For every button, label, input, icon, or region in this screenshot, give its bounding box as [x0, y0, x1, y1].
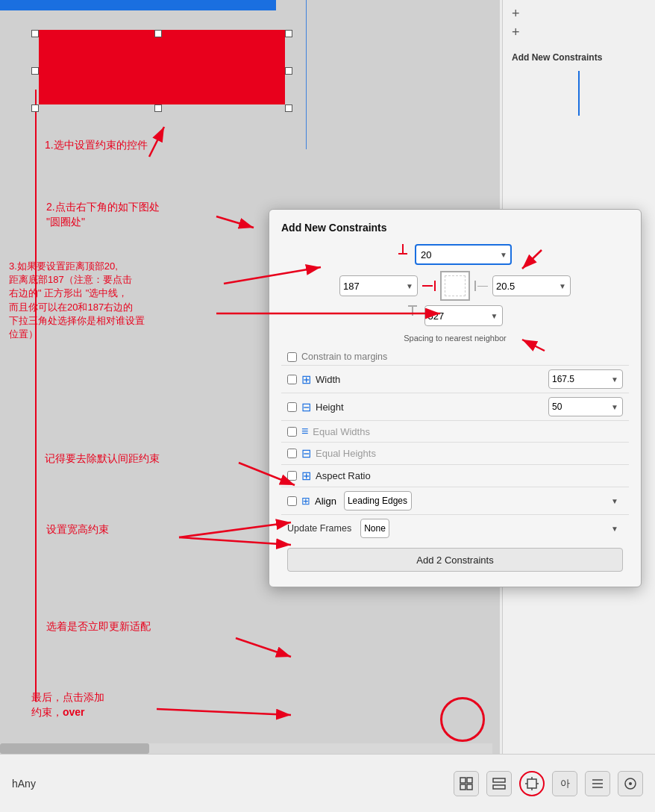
- right-spacing-select[interactable]: 20.5: [492, 275, 571, 296]
- handle-mr[interactable]: [285, 67, 292, 75]
- constraints-visual: [512, 67, 646, 119]
- update-frames-row: Update Frames None ▼: [281, 514, 629, 542]
- svg-rect-16: [493, 778, 505, 782]
- mid-constraint-row: 187 ▼ 20.5 ▼: [281, 271, 629, 301]
- aspect-ratio-icon: ⊞: [301, 469, 311, 483]
- target-icon: [623, 776, 638, 791]
- annotation-1: 1.选中设置约束的控件: [45, 138, 148, 153]
- svg-rect-15: [467, 784, 472, 790]
- red-rectangle[interactable]: [39, 30, 285, 104]
- annotation-3: 3.如果要设置距离顶部20,距离底部187（注意：要点击右边的" 正方形出 "选…: [9, 260, 222, 341]
- height-label: Height: [316, 402, 544, 413]
- spacing-label: Spacing to nearest neighbor: [281, 334, 629, 343]
- blue-selection-bar: [0, 0, 276, 10]
- panel-top-buttons: + +: [503, 0, 655, 46]
- stack-icon: [492, 776, 507, 791]
- equal-widths-label: Equal Widths: [313, 426, 623, 437]
- constrain-to-margins-label: Constrain to margins: [301, 352, 387, 362]
- left-spacing-select[interactable]: 187: [339, 275, 418, 296]
- height-value-select[interactable]: 50: [548, 397, 623, 416]
- popup-title: Add New Constraints: [281, 222, 629, 234]
- align-label: Align: [315, 496, 336, 507]
- toolbar-icon-list[interactable]: [585, 771, 610, 796]
- width-icon: ⊞: [301, 372, 311, 387]
- equal-widths-icon: ≡: [301, 425, 308, 438]
- equal-widths-checkbox[interactable]: [287, 427, 297, 437]
- svg-rect-13: [467, 778, 472, 783]
- align-value-arrow: ▼: [611, 497, 618, 505]
- equal-heights-label: Equal Heights: [316, 448, 623, 459]
- svg-point-27: [629, 782, 632, 785]
- handle-tr[interactable]: [285, 30, 292, 37]
- svg-rect-14: [460, 784, 466, 790]
- top-spacing-select[interactable]: 20: [415, 244, 512, 265]
- add-button-top[interactable]: +: [512, 6, 646, 22]
- annotation-4: 记得要去除默认间距约束: [45, 452, 160, 466]
- constraints-line: [578, 71, 580, 116]
- svg-rect-12: [460, 778, 466, 783]
- svg-rect-18: [527, 779, 536, 788]
- update-frames-select[interactable]: None: [360, 519, 389, 538]
- h-line-right: [474, 281, 488, 291]
- height-icon: ⊟: [301, 400, 311, 414]
- canvas-scrollbar[interactable]: [0, 743, 492, 754]
- align-icon: ⊞: [301, 495, 310, 507]
- handle-ml[interactable]: [31, 67, 39, 75]
- align-checkbox[interactable]: [287, 496, 297, 506]
- add-constraints-button[interactable]: Add 2 Constraints: [287, 548, 623, 572]
- bottom-spacing-select[interactable]: 527: [424, 305, 503, 326]
- grid-icon: [459, 776, 474, 791]
- toolbar-icon-target[interactable]: [618, 771, 643, 796]
- toolbar-icon-grid[interactable]: [454, 771, 479, 796]
- equal-widths-row: ≡ Equal Widths: [281, 420, 629, 442]
- width-checkbox[interactable]: [287, 375, 297, 384]
- top-spacing-row: 20 ▼: [281, 244, 629, 265]
- width-value-select[interactable]: 167.5: [548, 369, 623, 389]
- aspect-ratio-row: ⊞ Aspect Ratio: [281, 464, 629, 487]
- height-row: ⊟ Height 50 ▼: [281, 393, 629, 420]
- constraints-label: Add New Constraints: [512, 52, 646, 63]
- width-row: ⊞ Width 167.5 ▼: [281, 365, 629, 393]
- update-frames-wrapper: None ▼: [360, 519, 623, 538]
- handle-tc[interactable]: [154, 30, 162, 37]
- selected-control-container: [31, 22, 298, 119]
- bottom-toolbar: hAny: [0, 754, 655, 812]
- circle-highlight: [440, 697, 485, 742]
- h-line-left: [422, 281, 436, 291]
- add-constraints-popup: Add New Constraints 20 ▼ 187 ▼: [269, 209, 642, 587]
- handle-tl[interactable]: [31, 30, 39, 37]
- height-checkbox[interactable]: [287, 402, 297, 412]
- annotation-5: 设置宽高约束: [46, 522, 109, 537]
- handle-bc[interactable]: [154, 104, 162, 112]
- scrollbar-thumb[interactable]: [0, 743, 149, 754]
- left-spacing-wrapper: 187 ▼: [339, 275, 418, 296]
- equal-heights-checkbox[interactable]: [287, 449, 297, 458]
- aspect-ratio-label: Aspect Ratio: [316, 470, 623, 481]
- toolbar-icon-korean[interactable]: 아: [552, 771, 577, 796]
- annotation-6: 选着是否立即更新适配: [46, 619, 151, 634]
- constrain-to-margins-row: Constrain to margins: [281, 349, 629, 365]
- height-value-wrapper: 50 ▼: [548, 397, 623, 416]
- toolbar-icon-active[interactable]: [519, 771, 545, 796]
- vertical-guide: [306, 0, 307, 149]
- size-class-label: hAny: [12, 778, 36, 790]
- bottom-spacing-wrapper: 527 ▼: [424, 305, 503, 326]
- align-value-select[interactable]: Leading Edges: [344, 491, 412, 510]
- right-spacing-wrapper: 20.5 ▼: [492, 275, 571, 296]
- toolbar-icon-stack[interactable]: [486, 771, 512, 796]
- update-frames-label: Update Frames: [287, 523, 351, 534]
- update-frames-arrow: ▼: [611, 525, 618, 533]
- handle-br[interactable]: [285, 104, 292, 112]
- red-vertical-line: [35, 90, 37, 702]
- align-row: ⊞ Align Leading Edges ▼: [281, 487, 629, 514]
- handle-bl[interactable]: [31, 104, 39, 112]
- aspect-ratio-checkbox[interactable]: [287, 471, 297, 481]
- width-label: Width: [316, 374, 544, 385]
- align-value-wrapper: Leading Edges ▼: [344, 491, 623, 510]
- constraints-section: Add New Constraints: [503, 46, 655, 125]
- equal-heights-icon: ⊟: [301, 446, 311, 460]
- add-button-top2[interactable]: +: [512, 25, 646, 40]
- annotation-7: 最后，点击添加约束，over: [31, 690, 104, 719]
- list-icon: [590, 776, 605, 791]
- constrain-to-margins-checkbox[interactable]: [287, 352, 297, 362]
